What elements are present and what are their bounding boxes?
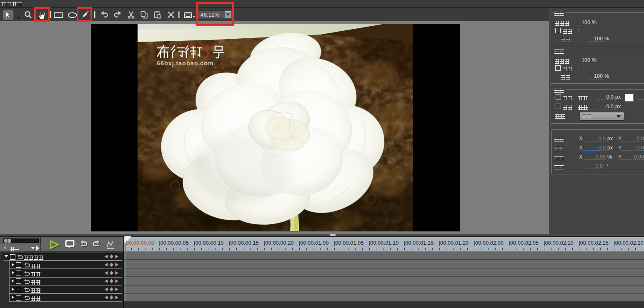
svg-text:66bxj.taobao.com: 66bxj.taobao.com [157, 60, 214, 67]
